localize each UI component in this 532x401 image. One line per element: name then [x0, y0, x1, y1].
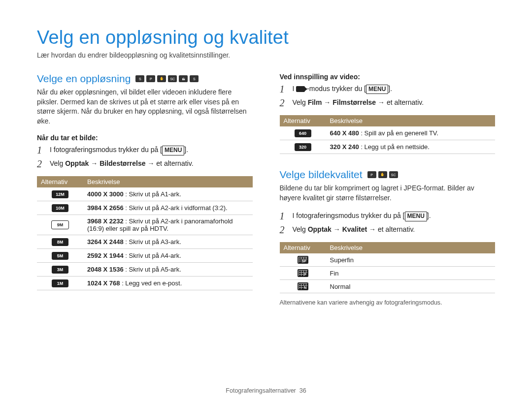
resolution-intro: Når du øker oppløsningen, vil bildet ell…: [37, 88, 253, 126]
menu-button: MENU: [366, 85, 388, 94]
step-number-2: 2: [37, 158, 45, 169]
dual-is-icon: ✋: [378, 171, 387, 178]
table-row: 3M2048 X 1536 : Skriv ut på A5-ark.: [37, 263, 253, 277]
dual-is-icon: ✋: [157, 75, 166, 82]
th-desc: Beskrivelse: [83, 176, 253, 187]
quality-fine-icon: F: [298, 269, 308, 277]
table-row: 8M3264 X 2448 : Skriv ut på A3-ark.: [37, 235, 253, 249]
quality-fine-label: Fin: [326, 267, 496, 280]
res-1m-desc: : Legg ved en e-post.: [120, 279, 182, 287]
photo-resolution-table: Alternativ Beskrivelse 12M4000 X 3000 : …: [37, 176, 253, 290]
res-10m-bold: 3984 X 2656: [87, 204, 124, 212]
video-step-1: 1 I -modus trykker du [MENU].: [280, 84, 496, 94]
quality-heading: Velge bildekvalitet P ✋ SC: [280, 169, 496, 181]
mode-icons: S P ✋ SC 🎬︎ S: [135, 75, 199, 82]
step-number-1: 1: [37, 145, 45, 155]
step2-text: Velg Opptak → Bildestørrelse → et altern…: [50, 159, 194, 167]
page-title: Velg en oppløsning og kvalitet: [37, 27, 495, 48]
res-1m-icon: 1M: [52, 279, 68, 287]
step-number-2: 2: [280, 97, 288, 108]
quality-intro: Bildene du tar blir komprimert og lagret…: [280, 184, 496, 203]
page-subtitle: Lær hvordan du endrer bildeoppløsning og…: [37, 51, 495, 59]
photo-steps: 1 I fotograferingsmodus trykker du på [M…: [37, 145, 253, 169]
table-row: 1M1024 X 768 : Legg ved en e-post.: [37, 277, 253, 290]
resolution-heading-text: Velge en oppløsning: [37, 73, 131, 85]
step-number-1: 1: [280, 84, 288, 94]
columns: Velge en oppløsning S P ✋ SC 🎬︎ S Når du…: [37, 73, 495, 306]
table-row: 10M3984 X 2656 : Skriv ut på A2-ark i vi…: [37, 201, 253, 215]
table-row: 320320 X 240 : Legg ut på en nettside.: [280, 140, 496, 154]
page-footer: Fotograferingsalternativer 36: [0, 387, 532, 394]
video-steps: 1 I -modus trykker du [MENU]. 2 Velg Fil…: [280, 84, 496, 108]
menu-button: MENU: [405, 212, 427, 221]
qstep2-text: Velg Opptak → Kvalitet → et alternativ.: [293, 225, 415, 233]
photo-step-2: 2 Velg Opptak → Bildestørrelse → et alte…: [37, 158, 253, 169]
res-5m-desc: : Skriv ut på A4-ark.: [124, 252, 181, 259]
footer-text: Fotograferingsalternativer: [226, 387, 296, 394]
smart-icon: S: [135, 75, 144, 82]
left-column: Velge en oppløsning S P ✋ SC 🎬︎ S Når du…: [37, 73, 253, 306]
res-640-icon: 640: [295, 129, 311, 137]
res-3m-icon: 3M: [52, 266, 68, 274]
th-alt: Alternativ: [37, 176, 83, 187]
th-desc: Beskrivelse: [326, 115, 496, 126]
table-row: SFSuperfin: [280, 253, 496, 267]
video-resolution-table: Alternativ Beskrivelse 640640 X 480 : Sp…: [280, 115, 496, 154]
smart2-icon: S: [190, 75, 199, 82]
quality-step-1: 1 I fotograferingsmodus trykker du på [M…: [280, 211, 496, 221]
table-row: NNormal: [280, 280, 496, 293]
table-row: FFin: [280, 267, 496, 280]
th-alt: Alternativ: [280, 242, 326, 253]
res-12m-icon: 12M: [52, 190, 68, 198]
res-12m-bold: 4000 X 3000: [87, 190, 124, 198]
quality-normal-icon: N: [298, 282, 308, 290]
table-row: 12M4000 X 3000 : Skriv ut på A1-ark.: [37, 187, 253, 201]
res-8m-bold: 3264 X 2448: [87, 238, 124, 246]
res-9m-icon: 9M: [51, 220, 69, 229]
vstep1-post: ].: [388, 85, 392, 93]
qstep1-pre: I fotograferingsmodus trykker du på [: [293, 212, 405, 219]
quality-normal-label: Normal: [326, 280, 496, 293]
res-8m-desc: : Skriv ut på A3-ark.: [124, 238, 181, 246]
step-number-2: 2: [280, 224, 288, 235]
vstep1-pre: I: [293, 85, 297, 93]
th-desc: Beskrivelse: [326, 242, 496, 253]
video-icon: 🎬︎: [179, 75, 188, 82]
res-10m-icon: 10M: [52, 204, 68, 212]
quality-superfine-icon: SF: [298, 256, 308, 264]
res-12m-desc: : Skriv ut på A1-ark.: [124, 190, 181, 198]
res-320-bold: 320 X 240: [330, 143, 359, 151]
vstep1-mid: -modus trykker du [: [305, 85, 366, 93]
res-9m-bold: 3968 X 2232: [87, 217, 124, 225]
video-mode-label: Ved innspilling av video:: [280, 73, 496, 81]
quality-mode-icons: P ✋ SC: [367, 171, 398, 178]
table-row: 9M3968 X 2232 : Skriv ut på A2-ark i pan…: [37, 215, 253, 235]
res-10m-desc: : Skriv ut på A2-ark i vidformat (3:2).: [124, 204, 228, 212]
res-320-desc: : Legg ut på en nettside.: [359, 143, 430, 151]
step1-post: ].: [184, 146, 188, 154]
photo-step-1: 1 I fotograferingsmodus trykker du på [M…: [37, 145, 253, 155]
video-mode-icon: [296, 86, 305, 92]
qstep1-post: ].: [427, 212, 431, 219]
program-icon: P: [367, 171, 376, 178]
quality-table: Alternativ Beskrivelse SFSuperfin FFin N…: [280, 242, 496, 293]
page-root: Velg en oppløsning og kvalitet Lær hvord…: [0, 0, 532, 401]
quality-step-2: 2 Velg Opptak → Kvalitet → et alternativ…: [280, 224, 496, 235]
res-1m-bold: 1024 X 768: [87, 279, 120, 287]
res-5m-bold: 2592 X 1944: [87, 252, 124, 259]
quality-heading-text: Velge bildekvalitet: [280, 169, 363, 181]
quality-footnote: Alternativene kan variere avhengig av fo…: [280, 299, 496, 306]
res-5m-icon: 5M: [52, 252, 68, 260]
res-640-bold: 640 X 480: [330, 129, 359, 137]
quality-steps: 1 I fotograferingsmodus trykker du på [M…: [280, 211, 496, 235]
step1-pre: I fotograferingsmodus trykker du på [: [50, 146, 162, 154]
res-3m-desc: : Skriv ut på A5-ark.: [124, 266, 181, 273]
th-alt: Alternativ: [280, 115, 326, 126]
scene-icon: SC: [168, 75, 177, 82]
scene-icon: SC: [389, 171, 398, 178]
photo-mode-label: Når du tar et bilde:: [37, 134, 253, 142]
step-number-1: 1: [280, 211, 288, 221]
table-row: 640640 X 480 : Spill av på en generell T…: [280, 126, 496, 140]
program-icon: P: [146, 75, 155, 82]
table-row: 5M2592 X 1944 : Skriv ut på A4-ark.: [37, 249, 253, 263]
